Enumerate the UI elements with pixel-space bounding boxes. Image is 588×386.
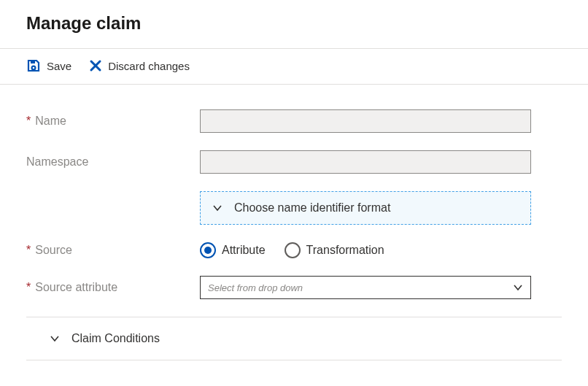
row-source: * Source Attribute Transformation: [26, 242, 562, 258]
form: * Name Namespace Choose name identifier …: [0, 85, 588, 360]
source-radio-group: Attribute Transformation: [200, 242, 531, 258]
panel-header: Manage claim: [0, 0, 588, 48]
source-attribute-dropdown[interactable]: Select from drop down: [200, 276, 531, 299]
dropdown-placeholder: Select from drop down: [208, 282, 303, 293]
save-button[interactable]: Save: [26, 58, 71, 73]
required-marker: *: [26, 281, 31, 294]
source-attribute-label: * Source attribute: [26, 281, 200, 294]
save-icon: [26, 58, 41, 73]
claim-conditions-section[interactable]: Claim Conditions: [26, 317, 562, 360]
required-marker: *: [26, 115, 31, 128]
source-label: * Source: [26, 244, 200, 257]
row-identifier-format: Choose name identifier format: [26, 191, 562, 225]
discard-label: Discard changes: [108, 60, 190, 72]
claim-conditions-label: Claim Conditions: [71, 332, 160, 345]
chevron-down-icon: [50, 333, 60, 344]
row-name: * Name: [26, 109, 562, 133]
save-label: Save: [47, 60, 71, 72]
radio-icon: [200, 242, 216, 258]
discard-button[interactable]: Discard changes: [89, 59, 190, 72]
namespace-label: Namespace: [26, 155, 200, 169]
required-marker: *: [26, 244, 31, 257]
name-identifier-format-expander[interactable]: Choose name identifier format: [200, 191, 531, 225]
page-title: Manage claim: [26, 13, 562, 34]
name-input[interactable]: [200, 109, 531, 133]
radio-icon: [285, 242, 301, 258]
close-icon: [89, 59, 102, 72]
identifier-expander-label: Choose name identifier format: [234, 201, 390, 215]
row-source-attribute: * Source attribute Select from drop down: [26, 276, 562, 299]
svg-point-0: [32, 66, 36, 70]
namespace-input[interactable]: [200, 150, 531, 174]
name-label: * Name: [26, 115, 200, 128]
chevron-down-icon: [513, 282, 523, 293]
source-radio-transformation[interactable]: Transformation: [285, 242, 384, 258]
chevron-down-icon: [212, 203, 223, 213]
row-namespace: Namespace: [26, 150, 562, 174]
command-bar: Save Discard changes: [0, 49, 588, 85]
source-radio-attribute[interactable]: Attribute: [200, 242, 266, 258]
